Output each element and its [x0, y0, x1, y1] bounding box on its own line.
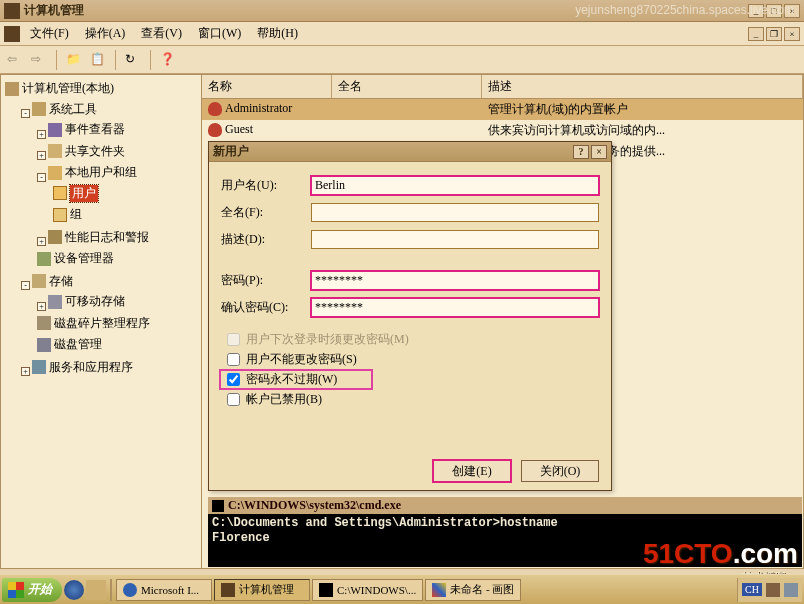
chk-never-expires[interactable]	[227, 373, 240, 386]
forward-icon[interactable]: ⇨	[30, 51, 48, 69]
tree-event-viewer[interactable]: 事件查看器	[48, 121, 125, 138]
back-icon[interactable]: ⇦	[6, 51, 24, 69]
chk-cannot-change-label: 用户不能更改密码(S)	[246, 351, 357, 368]
chk-disabled-label: 帐户已禁用(B)	[246, 391, 322, 408]
dialog-help-button[interactable]: ?	[573, 145, 589, 159]
taskbar: 开始 Microsoft I... 计算机管理 C:\WINDOWS\... 未…	[0, 574, 804, 604]
app-menu-icon[interactable]	[4, 26, 20, 42]
ime-indicator[interactable]: CH	[742, 583, 762, 596]
menu-action[interactable]: 操作(A)	[79, 23, 132, 44]
tree-device[interactable]: 设备管理器	[37, 250, 114, 267]
chk-never-expires-row[interactable]: 密码永不过期(W)	[221, 371, 371, 388]
user-icon	[208, 123, 222, 137]
minimize-button[interactable]: _	[748, 4, 764, 18]
paint-icon	[432, 583, 446, 597]
expand-icon[interactable]: -	[37, 173, 46, 182]
task-compmgmt[interactable]: 计算机管理	[214, 579, 310, 601]
chk-never-expires-label: 密码永不过期(W)	[246, 371, 337, 388]
col-desc[interactable]: 描述	[482, 75, 803, 98]
tray-icon[interactable]	[766, 583, 780, 597]
tree-local-users[interactable]: 本地用户和组	[48, 164, 137, 181]
menu-window[interactable]: 窗口(W)	[192, 23, 247, 44]
description-input[interactable]	[311, 230, 599, 249]
task-paint[interactable]: 未命名 - 画图	[425, 579, 521, 601]
app-icon	[4, 3, 20, 19]
password-input[interactable]	[311, 271, 599, 290]
tree-groups[interactable]: 组	[53, 206, 82, 223]
expand-icon[interactable]: +	[37, 302, 46, 311]
menu-view[interactable]: 查看(V)	[135, 23, 188, 44]
task-ie[interactable]: Microsoft I...	[116, 579, 212, 601]
tree-shared[interactable]: 共享文件夹	[48, 143, 125, 160]
ql-desktop-icon[interactable]	[86, 580, 106, 600]
cmd-icon	[319, 583, 333, 597]
up-icon[interactable]: 📁	[65, 51, 83, 69]
tree-storage[interactable]: 存储	[32, 273, 73, 290]
child-restore-button[interactable]: ❐	[766, 27, 782, 41]
cmd-icon	[212, 500, 224, 512]
cmd-window: C:\WINDOWS\system32\cmd.exe C:\Documents…	[208, 497, 802, 567]
refresh-icon[interactable]: ↻	[124, 51, 142, 69]
tree-diskmgmt[interactable]: 磁盘管理	[37, 336, 102, 353]
child-minimize-button[interactable]: _	[748, 27, 764, 41]
cmd-titlebar: C:\WINDOWS\system32\cmd.exe	[208, 497, 802, 514]
dialog-titlebar: 新用户 ? ×	[209, 142, 611, 162]
help-icon[interactable]: ❓	[159, 51, 177, 69]
close-button[interactable]: 关闭(O)	[521, 460, 599, 482]
expand-icon[interactable]: +	[37, 237, 46, 246]
list-row[interactable]: Administrator 管理计算机(域)的内置帐户	[202, 99, 803, 120]
user-icon	[208, 102, 222, 116]
expand-icon[interactable]: +	[21, 367, 30, 376]
confirm-password-input[interactable]	[311, 298, 599, 317]
ql-ie-icon[interactable]	[64, 580, 84, 600]
expand-icon[interactable]: -	[21, 281, 30, 290]
cmd-output: Florence	[212, 531, 798, 546]
confirm-password-label: 确认密码(C):	[221, 299, 311, 316]
expand-icon[interactable]: +	[37, 151, 46, 160]
child-close-button[interactable]: ×	[784, 27, 800, 41]
dialog-close-button[interactable]: ×	[591, 145, 607, 159]
list-row[interactable]: Guest 供来宾访问计算机或访问域的内...	[202, 120, 803, 141]
window-title: 计算机管理	[24, 2, 748, 19]
tree-perf[interactable]: 性能日志和警报	[48, 229, 149, 246]
menu-file[interactable]: 文件(F)	[24, 23, 75, 44]
tree-pane: 计算机管理(本地) -系统工具 +事件查看器 +共享文件夹 -本地用户和组 用户…	[0, 74, 202, 569]
chk-must-change-row: 用户下次登录时须更改密码(M)	[221, 331, 599, 348]
tree-users[interactable]: 用户	[53, 185, 98, 202]
compmgmt-icon	[221, 583, 235, 597]
expand-icon[interactable]: +	[37, 130, 46, 139]
properties-icon[interactable]: 📋	[89, 51, 107, 69]
windows-flag-icon	[8, 582, 24, 598]
task-cmd[interactable]: C:\WINDOWS\...	[312, 579, 423, 601]
tree-system-tools[interactable]: 系统工具	[32, 101, 97, 118]
tree-removable[interactable]: 可移动存储	[48, 293, 125, 310]
dialog-title: 新用户	[213, 143, 571, 160]
start-button[interactable]: 开始	[2, 578, 62, 602]
menubar: 文件(F) 操作(A) 查看(V) 窗口(W) 帮助(H) _ ❐ ×	[0, 22, 804, 46]
col-full[interactable]: 全名	[332, 75, 482, 98]
expand-icon[interactable]: -	[21, 109, 30, 118]
fullname-input[interactable]	[311, 203, 599, 222]
tree-services[interactable]: 服务和应用程序	[32, 359, 133, 376]
chk-disabled-row[interactable]: 帐户已禁用(B)	[221, 391, 599, 408]
tree-root[interactable]: 计算机管理(本地)	[5, 80, 114, 97]
close-button[interactable]: ×	[784, 4, 800, 18]
chk-must-change-label: 用户下次登录时须更改密码(M)	[246, 331, 409, 348]
list-header: 名称 全名 描述	[202, 75, 803, 99]
tree-defrag[interactable]: 磁盘碎片整理程序	[37, 315, 150, 332]
chk-must-change	[227, 333, 240, 346]
create-button[interactable]: 创建(E)	[433, 460, 511, 482]
titlebar: 计算机管理 _ □ ×	[0, 0, 804, 22]
col-name[interactable]: 名称	[202, 75, 332, 98]
menu-help[interactable]: 帮助(H)	[251, 23, 304, 44]
description-label: 描述(D):	[221, 231, 311, 248]
username-input[interactable]	[311, 176, 599, 195]
password-label: 密码(P):	[221, 272, 311, 289]
chk-account-disabled[interactable]	[227, 393, 240, 406]
new-user-dialog: 新用户 ? × 用户名(U): 全名(F): 描述(D): 密码(P): 确认密…	[208, 141, 612, 491]
chk-cannot-change[interactable]	[227, 353, 240, 366]
username-label: 用户名(U):	[221, 177, 311, 194]
chk-cannot-change-row[interactable]: 用户不能更改密码(S)	[221, 351, 599, 368]
tray-icon[interactable]	[784, 583, 798, 597]
maximize-button[interactable]: □	[766, 4, 782, 18]
